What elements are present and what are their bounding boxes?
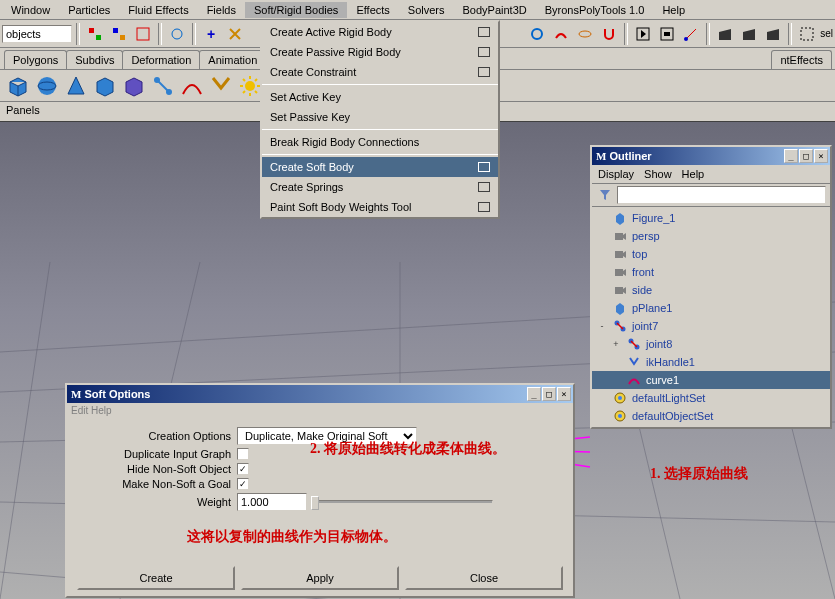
menu-item-create-passive-rigid-body[interactable]: Create Passive Rigid Body <box>262 42 498 62</box>
node-label: ikHandle1 <box>646 356 695 368</box>
shelf-cube-icon[interactable] <box>4 72 32 100</box>
outliner-menu-display[interactable]: Display <box>598 168 634 180</box>
checkbox-make-non-soft-a-goal[interactable]: ✓ <box>237 478 249 490</box>
outliner-node-figure_1[interactable]: Figure_1 <box>592 209 830 227</box>
outliner-search-input[interactable] <box>617 186 826 204</box>
menu-item-set-passive-key[interactable]: Set Passive Key <box>262 107 498 127</box>
tool-icon[interactable] <box>132 23 154 45</box>
menu-item-create-soft-body[interactable]: Create Soft Body <box>262 157 498 177</box>
tool-icon[interactable] <box>656 23 678 45</box>
shelf-cone-icon[interactable] <box>62 72 90 100</box>
camera-icon <box>612 283 628 297</box>
clapper-icon[interactable] <box>738 23 760 45</box>
weight-input[interactable] <box>237 493 307 511</box>
maximize-icon[interactable]: □ <box>799 149 813 163</box>
soft-options-titlebar[interactable]: M Soft Options _ □ × <box>67 385 573 403</box>
tool-icon[interactable] <box>680 23 702 45</box>
checkbox-hide-non-soft-object[interactable]: ✓ <box>237 463 249 475</box>
tab-deformation[interactable]: Deformation <box>122 50 200 69</box>
outliner-node-pplane1[interactable]: pPlane1 <box>592 299 830 317</box>
checkbox-duplicate-input-graph[interactable] <box>237 448 249 460</box>
select-icon[interactable] <box>796 23 818 45</box>
outliner-node-curve1[interactable]: curve1 <box>592 371 830 389</box>
shelf-curve-icon[interactable] <box>178 72 206 100</box>
soft-options-menu[interactable]: Edit Help <box>67 403 573 418</box>
panels-label[interactable]: Panels <box>6 104 40 116</box>
close-icon[interactable]: × <box>557 387 571 401</box>
option-box-icon[interactable] <box>478 67 490 77</box>
apply-button[interactable]: Apply <box>241 566 399 590</box>
tool-icon[interactable] <box>632 23 654 45</box>
tab-animation[interactable]: Animation <box>199 50 266 69</box>
outliner-search-row <box>592 184 830 207</box>
expand-icon[interactable]: - <box>596 321 608 331</box>
tool-icon[interactable] <box>84 23 106 45</box>
plus-icon[interactable]: + <box>200 23 222 45</box>
menu-window[interactable]: Window <box>2 2 59 18</box>
option-box-icon[interactable] <box>478 162 490 172</box>
outliner-node-front[interactable]: front <box>592 263 830 281</box>
tab-subdivs[interactable]: Subdivs <box>66 50 123 69</box>
option-box-icon[interactable] <box>478 182 490 192</box>
option-box-icon[interactable] <box>478 202 490 212</box>
outliner-node-defaultobjectset[interactable]: defaultObjectSet <box>592 407 830 425</box>
annotation-1: 1. 选择原始曲线 <box>650 465 748 483</box>
menu-effects[interactable]: Effects <box>347 2 398 18</box>
clapper-icon[interactable] <box>714 23 736 45</box>
weight-slider[interactable] <box>313 500 493 504</box>
menu-help[interactable]: Help <box>653 2 694 18</box>
outliner-titlebar[interactable]: M Outliner _ □ × <box>592 147 830 165</box>
option-box-icon[interactable] <box>478 27 490 37</box>
tool-icon[interactable] <box>574 23 596 45</box>
menu-item-create-constraint[interactable]: Create Constraint <box>262 62 498 82</box>
check-label: Duplicate Input Graph <box>77 448 237 460</box>
shelf-sphere-icon[interactable] <box>33 72 61 100</box>
minimize-icon[interactable]: _ <box>784 149 798 163</box>
menu-item-break-rigid-body-connections[interactable]: Break Rigid Body Connections <box>262 132 498 152</box>
menu-byronspolytools[interactable]: ByronsPolyTools 1.0 <box>536 2 654 18</box>
shelf-ik-icon[interactable] <box>207 72 235 100</box>
menu-bodypaintd[interactable]: BodyPaint3D <box>454 2 536 18</box>
menu-item-set-active-key[interactable]: Set Active Key <box>262 87 498 107</box>
menu-solvers[interactable]: Solvers <box>399 2 454 18</box>
tab-polygons[interactable]: Polygons <box>4 50 67 69</box>
filter-icon[interactable] <box>596 186 614 204</box>
minimize-icon[interactable]: _ <box>527 387 541 401</box>
selection-field[interactable] <box>2 25 72 43</box>
close-button[interactable]: Close <box>405 566 563 590</box>
outliner-node-top[interactable]: top <box>592 245 830 263</box>
menu-item-create-springs[interactable]: Create Springs <box>262 177 498 197</box>
tool-icon[interactable] <box>526 23 548 45</box>
outliner-node-joint7[interactable]: -joint7 <box>592 317 830 335</box>
outliner-node-defaultlightset[interactable]: defaultLightSet <box>592 389 830 407</box>
tab-nteffects[interactable]: ntEffects <box>771 50 832 69</box>
create-button[interactable]: Create <box>77 566 235 590</box>
menu-item-create-active-rigid-body[interactable]: Create Active Rigid Body <box>262 22 498 42</box>
menu-particles[interactable]: Particles <box>59 2 119 18</box>
shelf-cube3-icon[interactable] <box>120 72 148 100</box>
clapper-icon[interactable] <box>762 23 784 45</box>
tool-icon[interactable] <box>224 23 246 45</box>
expand-icon[interactable]: + <box>610 339 622 349</box>
outliner-node-joint8[interactable]: +joint8 <box>592 335 830 353</box>
tool-icon[interactable] <box>166 23 188 45</box>
shelf-cube2-icon[interactable] <box>91 72 119 100</box>
maximize-icon[interactable]: □ <box>542 387 556 401</box>
tool-icon[interactable] <box>550 23 572 45</box>
curve-icon <box>626 373 642 387</box>
outliner-node-persp[interactable]: persp <box>592 227 830 245</box>
outliner-menu-show[interactable]: Show <box>644 168 672 180</box>
outliner-menu-help[interactable]: Help <box>682 168 705 180</box>
menu-softrigidbodies[interactable]: Soft/Rigid Bodies <box>245 2 347 18</box>
menu-item-paint-soft-body-weights-tool[interactable]: Paint Soft Body Weights Tool <box>262 197 498 217</box>
shelf-joint-icon[interactable] <box>149 72 177 100</box>
menu-fluideffects[interactable]: Fluid Effects <box>119 2 197 18</box>
option-box-icon[interactable] <box>478 47 490 57</box>
close-icon[interactable]: × <box>814 149 828 163</box>
tool-icon[interactable] <box>108 23 130 45</box>
outliner-node-side[interactable]: side <box>592 281 830 299</box>
magnet-icon[interactable] <box>598 23 620 45</box>
menu-fields[interactable]: Fields <box>198 2 245 18</box>
outliner-node-ikhandle1[interactable]: ikHandle1 <box>592 353 830 371</box>
svg-point-6 <box>532 29 542 39</box>
